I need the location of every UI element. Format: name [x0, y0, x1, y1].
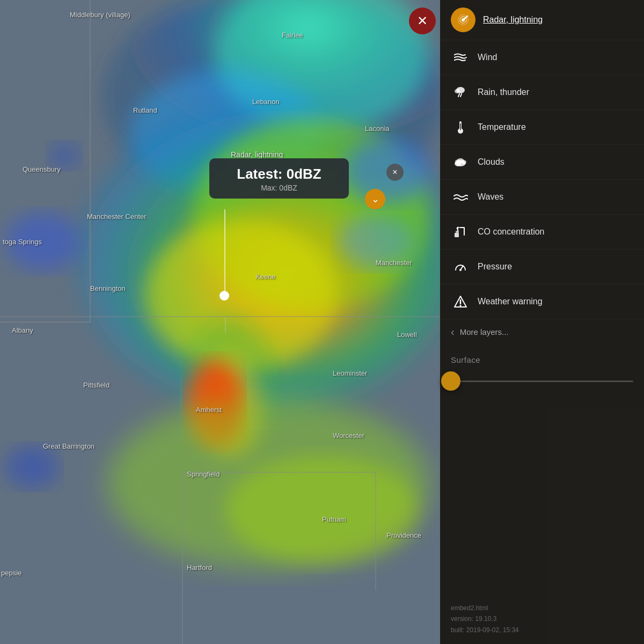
svg-rect-36 — [455, 233, 459, 237]
layer-label-radar-lightning: Radar, lightning — [483, 15, 543, 25]
clouds-icon — [451, 152, 470, 172]
tooltip-expand-button[interactable]: ⌄ — [365, 189, 385, 209]
radar-icon — [457, 13, 470, 26]
map-container: Middlebury (village) Fairlee Rutland Leb… — [0, 0, 644, 644]
slider-track — [451, 380, 633, 382]
tooltip-dot — [219, 291, 229, 301]
rain-icon — [451, 83, 470, 102]
layer-item-weather-warning[interactable]: Weather warning — [440, 284, 644, 319]
svg-point-10 — [338, 215, 413, 268]
svg-point-34 — [461, 160, 466, 164]
radar-overlay — [0, 0, 440, 644]
warning-icon — [451, 292, 470, 311]
layer-item-rain-thunder[interactable]: Rain, thunder — [440, 75, 644, 110]
layer-label-rain-thunder: Rain, thunder — [478, 87, 529, 97]
version-number: version: 19.10.3 — [451, 613, 633, 624]
right-panel: Radar, lightning Wind — [440, 0, 644, 644]
layer-item-pressure[interactable]: Pressure — [440, 250, 644, 284]
surface-slider-container[interactable] — [451, 373, 633, 389]
map-canvas[interactable]: Middlebury (village) Fairlee Rutland Leb… — [0, 0, 440, 644]
svg-point-41 — [460, 305, 462, 306]
svg-point-39 — [459, 269, 462, 271]
svg-rect-30 — [460, 123, 461, 130]
waves-icon-svg — [453, 192, 468, 202]
layer-label-co-concentration: CO concentration — [478, 227, 545, 237]
svg-point-12 — [48, 142, 80, 169]
chevron-left-icon: ‹ — [451, 326, 455, 338]
x-icon: ✕ — [417, 13, 428, 28]
more-layers-row[interactable]: ‹ More layers... — [440, 319, 644, 345]
tooltip-title: Latest: 0dBZ — [221, 166, 337, 182]
warning-icon-svg — [453, 295, 467, 308]
tooltip-connector — [224, 209, 225, 292]
layer-label-weather-warning: Weather warning — [478, 297, 543, 306]
svg-point-13 — [5, 445, 59, 488]
more-layers-label: More layers... — [460, 327, 509, 336]
layer-item-temperature[interactable]: Temperature — [440, 110, 644, 145]
tooltip-close-button[interactable]: × — [386, 164, 404, 181]
layer-label-temperature: Temperature — [478, 122, 526, 132]
layer-label-pressure: Pressure — [478, 262, 512, 272]
layer-label-clouds: Clouds — [478, 157, 504, 167]
map-close-button[interactable]: ✕ — [409, 8, 436, 34]
version-info: embed2.html version: 19.10.3 built: 2019… — [440, 594, 644, 644]
layer-item-waves[interactable]: Waves — [440, 180, 644, 215]
tooltip-subtitle: Max: 0dBZ — [221, 184, 337, 192]
tooltip-popup: Latest: 0dBZ Max: 0dBZ — [209, 158, 349, 199]
layer-item-wind[interactable]: Wind — [440, 40, 644, 75]
svg-point-35 — [455, 160, 459, 164]
layer-item-co-concentration[interactable]: CO concentration — [440, 215, 644, 250]
surface-section: Surface — [440, 345, 644, 394]
clouds-icon-svg — [453, 157, 468, 167]
surface-label: Surface — [451, 355, 633, 364]
temperature-icon — [451, 118, 470, 137]
svg-point-11 — [5, 212, 80, 271]
slider-thumb[interactable] — [441, 371, 460, 391]
radar-icon-bg — [451, 8, 475, 32]
pressure-icon — [451, 257, 470, 276]
rain-icon-svg — [454, 86, 467, 99]
co-icon-svg — [453, 225, 467, 238]
layer-item-clouds[interactable]: Clouds — [440, 145, 644, 180]
layer-label-waves: Waves — [478, 192, 503, 202]
wind-icon — [451, 48, 470, 67]
svg-rect-37 — [456, 231, 459, 233]
layer-item-radar-lightning[interactable]: Radar, lightning — [440, 0, 644, 40]
version-built: built: 2019-09-02, 15:34 — [451, 625, 633, 635]
pressure-icon-svg — [453, 260, 467, 273]
close-icon: × — [392, 167, 397, 177]
layer-label-wind: Wind — [478, 53, 497, 62]
waves-icon — [451, 187, 470, 207]
chevron-down-icon: ⌄ — [371, 193, 379, 205]
version-file: embed2.html — [451, 603, 633, 613]
wind-icon-svg — [453, 52, 467, 63]
co-icon — [451, 222, 470, 241]
svg-point-27 — [455, 89, 460, 93]
temp-icon-svg — [455, 120, 466, 134]
